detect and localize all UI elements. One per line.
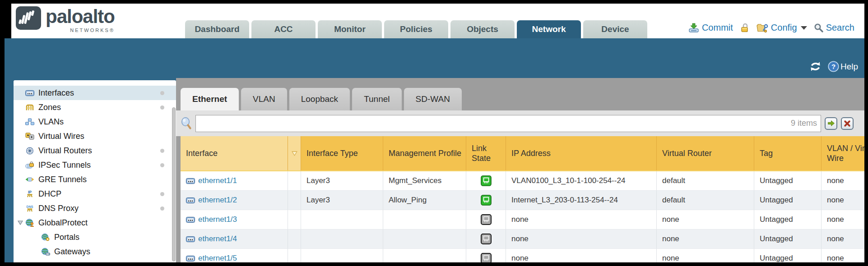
- dns-icon: DNS: [25, 204, 35, 212]
- refresh-icon[interactable]: [809, 61, 822, 72]
- sidebar-item-interfaces[interactable]: Interfaces: [14, 86, 176, 100]
- subtab-tunnel[interactable]: Tunnel: [352, 88, 401, 110]
- lock-icon[interactable]: [740, 23, 750, 33]
- status-dot: [160, 163, 164, 167]
- table-row-ethernet1-5[interactable]: ethernet1/5nonenoneUntaggednone: [181, 249, 864, 262]
- sidebar-item-dhcp[interactable]: IPDHCP: [14, 187, 176, 201]
- main-panel: EthernetVLANLoopbackTunnelSD-WAN 9 items: [176, 78, 864, 262]
- subtab-vlan[interactable]: VLAN: [241, 88, 287, 110]
- nav-tab-policies[interactable]: Policies: [384, 20, 448, 38]
- filter-search-icon: [181, 117, 192, 129]
- ipsec-icon: [25, 161, 35, 169]
- interface-icon: [186, 197, 195, 203]
- cell-sort-spacer: [288, 210, 301, 229]
- subtab-loopback[interactable]: Loopback: [289, 88, 350, 110]
- subtab-ethernet[interactable]: Ethernet: [181, 88, 239, 110]
- apply-filter-button[interactable]: [825, 117, 837, 130]
- nav-tab-network[interactable]: Network: [517, 20, 581, 38]
- nav-tab-monitor[interactable]: Monitor: [318, 20, 382, 38]
- cell-profile: Mgmt_Services: [383, 171, 466, 191]
- sidebar-item-label: Virtual Routers: [38, 146, 92, 156]
- cell-tag: Untagged: [754, 249, 822, 262]
- sidebar: InterfacesZonesVLANsVirtual WiresVirtual…: [14, 80, 176, 262]
- nav-tab-dashboard[interactable]: Dashboard: [185, 20, 249, 38]
- status-dot: [160, 206, 164, 211]
- help-button[interactable]: ? Help: [828, 61, 858, 72]
- interface-name: ethernet1/5: [198, 254, 237, 262]
- cell-profile: [383, 210, 466, 229]
- config-label: Config: [771, 23, 797, 33]
- clear-filter-button[interactable]: [841, 117, 854, 130]
- clear-filter-x-icon: [844, 120, 851, 127]
- search-button[interactable]: Search: [814, 23, 854, 33]
- cell-type: [301, 249, 383, 262]
- interface-name: ethernet1/1: [198, 176, 237, 185]
- sidebar-item-dns-proxy[interactable]: DNSDNS Proxy: [14, 201, 176, 216]
- nav-tab-acc[interactable]: ACC: [251, 20, 316, 38]
- expand-triangle-icon[interactable]: [16, 220, 25, 225]
- sort-caret-icon: [291, 150, 298, 157]
- column-header-type[interactable]: Interface Type: [301, 136, 383, 170]
- sidebar-item-zones[interactable]: Zones: [14, 100, 176, 115]
- cell-vlan: none: [822, 249, 864, 262]
- link-up-icon: [481, 175, 492, 186]
- cell-ip: none: [506, 210, 657, 229]
- interface-link[interactable]: ethernet1/2: [186, 196, 237, 205]
- interface-name: ethernet1/2: [198, 196, 237, 205]
- sidebar-item-gateways[interactable]: Gateways: [14, 244, 176, 259]
- sidebar-item-vlans[interactable]: VLANs: [14, 115, 176, 129]
- virtual-routers-icon: [25, 147, 35, 155]
- interface-link[interactable]: ethernet1/5: [186, 254, 237, 262]
- column-header-tag[interactable]: Tag: [754, 136, 822, 170]
- column-header-vr[interactable]: Virtual Router: [657, 136, 754, 170]
- nav-tab-device[interactable]: Device: [583, 20, 647, 38]
- sidebar-item-ipsec-tunnels[interactable]: IPSec Tunnels: [14, 158, 176, 172]
- table-row-ethernet1-2[interactable]: ethernet1/2Layer3Allow_PingInternet_L3_2…: [181, 191, 864, 210]
- column-header-vlan[interactable]: VLAN / Virtual Wire: [822, 136, 864, 170]
- column-header-link[interactable]: Link State: [466, 136, 506, 170]
- column-header-ip[interactable]: IP Address: [506, 136, 657, 170]
- cell-link-state: [466, 210, 506, 229]
- paloalto-logo-icon: [16, 6, 41, 30]
- sidebar-item-label: VLANs: [38, 117, 64, 127]
- virtual-wires-icon: [25, 133, 35, 140]
- sidebar-item-virtual-wires[interactable]: Virtual Wires: [14, 129, 176, 143]
- table-body: ethernet1/1Layer3Mgmt_ServicesVLAN0100_L…: [181, 171, 864, 262]
- subtab-sd-wan[interactable]: SD-WAN: [404, 88, 462, 110]
- column-header-interface[interactable]: Interface: [181, 136, 288, 170]
- sidebar-item-portals[interactable]: Portals: [14, 230, 176, 244]
- dhcp-icon: IP: [25, 190, 35, 198]
- cell-interface: ethernet1/1: [181, 171, 288, 191]
- table-row-ethernet1-4[interactable]: ethernet1/4nonenoneUntaggednone: [181, 229, 864, 249]
- sidebar-item-virtual-routers[interactable]: Virtual Routers: [14, 143, 176, 158]
- cell-vr: default: [657, 171, 754, 191]
- sidebar-item-label: Virtual Wires: [38, 132, 84, 141]
- nav-tab-objects[interactable]: Objects: [450, 20, 515, 38]
- search-icon: [814, 23, 823, 32]
- cell-link-state: [466, 229, 506, 249]
- interface-link[interactable]: ethernet1/4: [186, 234, 237, 243]
- zones-icon: [25, 104, 35, 111]
- interface-link[interactable]: ethernet1/3: [186, 215, 237, 224]
- config-menu[interactable]: Config: [757, 23, 807, 33]
- gre-icon: [25, 176, 35, 183]
- interface-link[interactable]: ethernet1/1: [186, 176, 237, 185]
- sidebar-scrollbar[interactable]: [172, 107, 176, 261]
- cell-sort-spacer: [288, 171, 301, 191]
- sort-dropdown-button[interactable]: [288, 136, 301, 170]
- cell-interface: ethernet1/3: [181, 210, 288, 229]
- sidebar-item-label: GRE Tunnels: [38, 175, 87, 184]
- commit-button[interactable]: Commit: [688, 23, 733, 33]
- cell-interface: ethernet1/5: [181, 249, 288, 262]
- link-down-icon: [481, 234, 492, 244]
- sidebar-item-globalprotect[interactable]: GlobalProtect: [14, 216, 176, 230]
- interface-subtabs: EthernetVLANLoopbackTunnelSD-WAN: [181, 88, 462, 110]
- column-header-profile[interactable]: Management Profile: [383, 136, 466, 170]
- cell-type: [301, 229, 383, 249]
- sidebar-item-gre-tunnels[interactable]: GRE Tunnels: [14, 172, 176, 187]
- filter-input[interactable]: [196, 115, 791, 132]
- top-actions: Commit Config: [688, 23, 854, 33]
- cell-tag: Untagged: [754, 191, 822, 210]
- table-row-ethernet1-1[interactable]: ethernet1/1Layer3Mgmt_ServicesVLAN0100_L…: [181, 171, 864, 191]
- table-row-ethernet1-3[interactable]: ethernet1/3nonenoneUntaggednone: [181, 210, 864, 229]
